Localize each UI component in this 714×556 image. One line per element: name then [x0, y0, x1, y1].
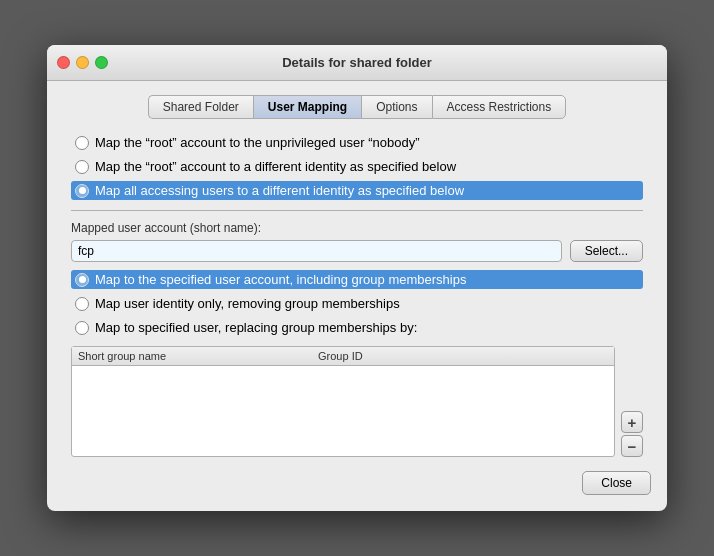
window-title: Details for shared folder — [282, 55, 432, 70]
radio-include-groups[interactable] — [75, 273, 89, 287]
radio-row-nobody[interactable]: Map the “root” account to the unprivileg… — [71, 133, 643, 152]
radio-specified-groups[interactable] — [75, 321, 89, 335]
mapped-account-input[interactable] — [71, 240, 562, 262]
radio-nobody-label: Map the “root” account to the unprivileg… — [95, 135, 419, 150]
separator — [71, 210, 643, 211]
window: Details for shared folder Shared Folder … — [47, 45, 667, 511]
radio-identity-only-label: Map user identity only, removing group m… — [95, 296, 400, 311]
minimize-traffic-light[interactable] — [76, 56, 89, 69]
tab-user-mapping[interactable]: User Mapping — [253, 95, 361, 119]
table-area: Short group name Group ID + − — [71, 342, 643, 457]
bottom-bar: Close — [63, 471, 651, 495]
radio-row-specified-groups[interactable]: Map to specified user, replacing group m… — [71, 318, 643, 337]
mapped-account-label: Mapped user account (short name): — [71, 221, 643, 235]
close-button[interactable]: Close — [582, 471, 651, 495]
content-area: Map the “root” account to the unprivileg… — [63, 133, 651, 457]
radio-nobody[interactable] — [75, 136, 89, 150]
radio-row-different-identity[interactable]: Map the “root” account to a different id… — [71, 157, 643, 176]
tab-options[interactable]: Options — [361, 95, 431, 119]
tab-shared-folder[interactable]: Shared Folder — [148, 95, 253, 119]
radio-row-all-users[interactable]: Map all accessing users to a different i… — [71, 181, 643, 200]
radio-identity-only[interactable] — [75, 297, 89, 311]
col-group-id: Group ID — [318, 350, 363, 362]
radio-row-identity-only[interactable]: Map user identity only, removing group m… — [71, 294, 643, 313]
select-button[interactable]: Select... — [570, 240, 643, 262]
tab-access-restrictions[interactable]: Access Restrictions — [432, 95, 567, 119]
radio-all-users[interactable] — [75, 184, 89, 198]
close-traffic-light[interactable] — [57, 56, 70, 69]
radio-specified-groups-label: Map to specified user, replacing group m… — [95, 320, 417, 335]
table-header: Short group name Group ID — [72, 347, 614, 366]
input-row: Select... — [71, 240, 643, 262]
col-short-group-name: Short group name — [78, 350, 238, 362]
traffic-lights — [57, 56, 108, 69]
radio-different-identity[interactable] — [75, 160, 89, 174]
titlebar: Details for shared folder — [47, 45, 667, 81]
plus-minus-buttons: + − — [621, 411, 643, 457]
window-body: Shared Folder User Mapping Options Acces… — [47, 81, 667, 511]
radio-row-include-groups[interactable]: Map to the specified user account, inclu… — [71, 270, 643, 289]
table-body — [72, 366, 614, 456]
add-row-button[interactable]: + — [621, 411, 643, 433]
tab-bar: Shared Folder User Mapping Options Acces… — [63, 95, 651, 119]
radio-all-users-label: Map all accessing users to a different i… — [95, 183, 464, 198]
maximize-traffic-light[interactable] — [95, 56, 108, 69]
remove-row-button[interactable]: − — [621, 435, 643, 457]
radio-different-identity-label: Map the “root” account to a different id… — [95, 159, 456, 174]
table: Short group name Group ID — [71, 346, 615, 457]
radio-include-groups-label: Map to the specified user account, inclu… — [95, 272, 466, 287]
